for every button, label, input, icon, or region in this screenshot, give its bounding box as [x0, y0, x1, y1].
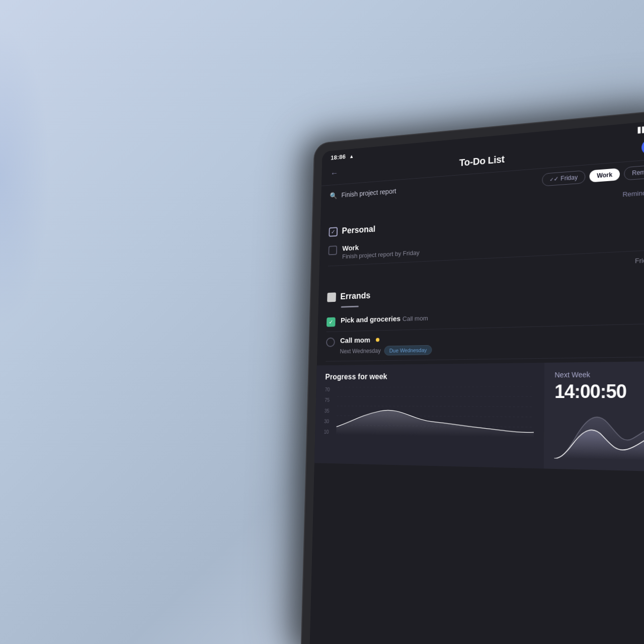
chart-label-75: 75: [325, 397, 330, 403]
header-actions: + ✕: [641, 137, 644, 155]
filter-tags: ✓ ✓ Friday Work Reminders: [542, 164, 644, 186]
filter-tag-reminders[interactable]: Reminders: [624, 164, 644, 180]
timer-display: 14:00:50: [554, 380, 644, 403]
progress-left: Progress for week 70 75 35 30 10: [314, 363, 544, 468]
personal-section-title: Personal: [342, 224, 375, 236]
status-time: 18:86: [331, 153, 346, 161]
next-wednesday-text: Next Wednesday: [340, 348, 380, 355]
friday-label: Friday:: [635, 256, 644, 264]
search-icon: 🔍: [330, 192, 337, 200]
task-groceries-title: Pick and groceries: [341, 314, 400, 324]
errands-title: Errands: [340, 291, 370, 302]
task-work-title: Work: [342, 244, 359, 253]
section-errands: Errands Pick and groceries Call mom: [317, 272, 644, 362]
task-call-mom-checkbox[interactable]: [326, 338, 335, 347]
reminders-label: Reminders: [622, 188, 644, 198]
chart-svg-left: [336, 386, 534, 438]
status-icons: ▋▊ ⬛ 83%: [638, 124, 644, 134]
tablet-screen: 18:86 ▲ ▋▊ ⬛ 83% ← To-Do List + ✕: [309, 119, 644, 644]
task-call-mom-content: Call mom Next Wednesday Due Wednesday: [340, 329, 644, 356]
chart-label-30: 30: [324, 419, 329, 424]
errands-divider: [341, 306, 359, 308]
status-right: ▋▊ ⬛ 83%: [638, 124, 644, 134]
chart-label-35: 35: [325, 408, 330, 413]
errands-checkbox[interactable]: [327, 292, 336, 302]
priority-dot: [375, 338, 379, 342]
task-work-checkbox[interactable]: [328, 246, 337, 255]
scene: 18:86 ▲ ▋▊ ⬛ 83% ← To-Do List + ✕: [0, 0, 644, 644]
filter-tag-work[interactable]: Work: [590, 168, 620, 183]
progress-section: Progress for week 70 75 35 30 10: [314, 361, 644, 472]
wifi-icon: ▲: [349, 153, 354, 159]
back-button[interactable]: ←: [330, 168, 338, 178]
svg-line-0: [337, 386, 534, 387]
chart-area: 70 75 35 30 10: [324, 386, 534, 448]
svg-line-2: [337, 406, 534, 407]
personal-check-icon: ✓: [331, 228, 336, 235]
task-groceries-checkbox[interactable]: [327, 317, 336, 327]
signal-icon: ▋▊: [638, 126, 644, 134]
chart-label-70: 70: [325, 387, 330, 392]
task-call-mom-title: Call mom: [340, 336, 370, 344]
friday-check-icon: ✓: [550, 177, 554, 182]
task-groceries-content: Pick and groceries Call mom: [341, 306, 644, 325]
add-button[interactable]: +: [641, 138, 644, 155]
next-week-label: Next Week: [554, 370, 644, 379]
tablet-frame: 18:86 ▲ ▋▊ ⬛ 83% ← To-Do List + ✕: [301, 108, 644, 644]
task-call-mom-main: Call mom Next Wednesday Due Wednesday: [326, 329, 644, 357]
main-content: Reminders 📅 ✓ Personal: [309, 181, 644, 644]
chart-label-10: 10: [324, 429, 329, 435]
progress-right: Next Week 14:00:50: [544, 361, 644, 472]
due-wednesday-tag[interactable]: Due Wednesday: [384, 345, 432, 356]
app-title: To-Do List: [459, 153, 505, 168]
personal-section-checkbox[interactable]: ✓: [329, 227, 338, 236]
filter-tag-friday[interactable]: ✓ ✓ Friday: [542, 170, 586, 186]
status-left: 18:86 ▲: [331, 152, 354, 162]
chart-labels: 70 75 35 30 10: [324, 387, 330, 435]
progress-title: Progress for week: [325, 371, 534, 381]
task-groceries-main: Pick and groceries Call mom: [327, 306, 644, 327]
chart-svg-right: [554, 407, 644, 461]
task-groceries-subtitle: Call mom: [403, 314, 428, 323]
